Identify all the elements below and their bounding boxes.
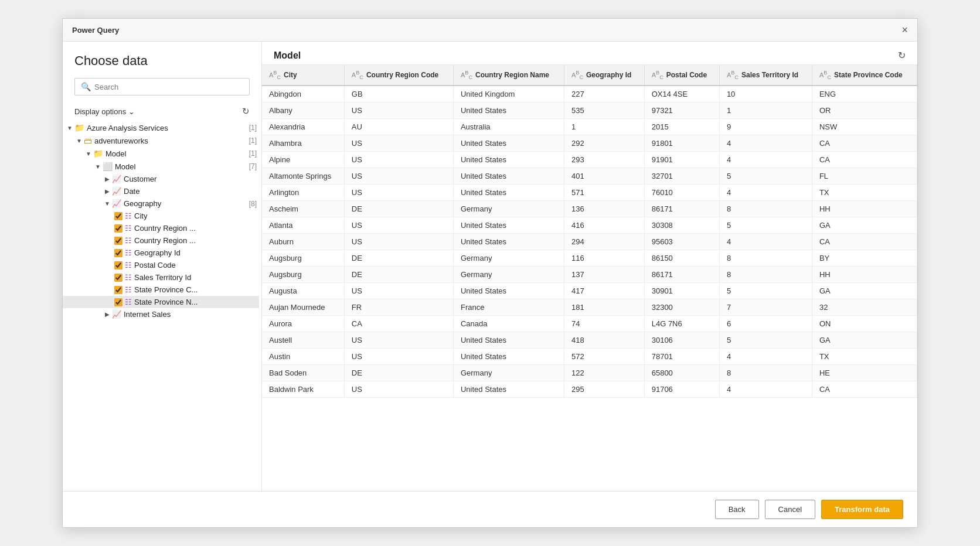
expand-icon-customer[interactable]: ▶	[103, 176, 112, 182]
table-row: AlbanyUSUnited States535973211OR	[262, 102, 917, 118]
table-row: AustellUSUnited States418301065GA	[262, 332, 917, 348]
expand-icon-date[interactable]: ▶	[103, 188, 112, 194]
checkbox-country-region-name[interactable]	[114, 237, 122, 245]
tree-item-geography[interactable]: ▼ 📈 Geography [8]	[63, 197, 259, 210]
column-icon-country-region-name: ☷	[125, 236, 132, 245]
data-table-wrapper[interactable]: ABC City ABC Country Region Code ABC Cou…	[262, 65, 917, 491]
table-cell: 65800	[644, 364, 719, 381]
checkbox-city[interactable]	[114, 212, 122, 220]
tree-count-adventureworks: [1]	[249, 136, 257, 145]
table-cell: 78701	[644, 348, 719, 364]
table-row: AugsburgDEGermany137861718HH	[262, 266, 917, 282]
table-cell: Arlington	[262, 184, 344, 200]
checkbox-country-region-code[interactable]	[114, 224, 122, 233]
tree-item-date[interactable]: ▶ 📈 Date	[63, 185, 259, 197]
table-cell: US	[344, 102, 453, 118]
table-cell: 30106	[644, 332, 719, 348]
tree-item-internet-sales[interactable]: ▶ 📈 Internet Sales	[63, 308, 259, 320]
expand-icon-adventureworks[interactable]: ▼	[74, 138, 84, 144]
table-cell: 10	[719, 86, 812, 103]
tree-item-sales-territory-id[interactable]: ☷ Sales Territory Id	[63, 271, 259, 284]
expand-icon-model-table[interactable]: ▼	[93, 163, 103, 170]
table-cell: Aujan Mournede	[262, 299, 344, 315]
table-cell: 6	[719, 315, 812, 332]
checkbox-sales-territory-id[interactable]	[114, 274, 122, 282]
tree-item-postal-code[interactable]: ☷ Postal Code	[63, 259, 259, 271]
tree-item-customer[interactable]: ▶ 📈 Customer	[63, 173, 259, 185]
table-cell: Germany	[453, 200, 564, 217]
folder-icon-model: 📁	[93, 149, 103, 158]
checkbox-state-province-n[interactable]	[114, 298, 122, 306]
table-cell: Alpine	[262, 151, 344, 168]
expand-icon-model-folder[interactable]: ▼	[84, 151, 93, 157]
table-cell: 30308	[644, 217, 719, 233]
tree-item-model-table[interactable]: ▼ ⬜ Model [7]	[63, 160, 259, 173]
checkbox-postal-code[interactable]	[114, 261, 122, 269]
table-cell: 1	[564, 118, 644, 135]
table-cell: BY	[812, 250, 917, 266]
table-row: AlpineUSUnited States293919014CA	[262, 151, 917, 168]
table-icon-internet-sales: 📈	[112, 310, 121, 319]
cancel-button[interactable]: Cancel	[765, 500, 815, 519]
table-cell: CA	[812, 381, 917, 397]
main-refresh-icon[interactable]: ↻	[898, 50, 906, 61]
table-cell: Atlanta	[262, 217, 344, 233]
tree-item-geography-id[interactable]: ☷ Geography Id	[63, 247, 259, 259]
expand-icon-internet-sales[interactable]: ▶	[103, 311, 112, 318]
table-cell: HH	[812, 266, 917, 282]
table-cell: TX	[812, 348, 917, 364]
table-row: ArlingtonUSUnited States571760104TX	[262, 184, 917, 200]
table-cell: Ascheim	[262, 200, 344, 217]
expand-icon-azure[interactable]: ▼	[65, 125, 74, 131]
power-query-dialog: Power Query × Choose data 🔍 Display opti…	[62, 18, 918, 528]
sidebar-refresh-icon[interactable]: ↻	[242, 106, 250, 117]
table-row: AugsburgDEGermany116861508BY	[262, 250, 917, 266]
table-cell: Germany	[453, 364, 564, 381]
tree-item-city[interactable]: ☷ City	[63, 210, 259, 222]
table-cell: US	[344, 332, 453, 348]
table-cell: AU	[344, 118, 453, 135]
main-title: Model	[274, 50, 301, 61]
tree-item-model-folder[interactable]: ▼ 📁 Model [1]	[63, 147, 259, 160]
table-row: AugustaUSUnited States417309015GA	[262, 282, 917, 299]
back-button[interactable]: Back	[715, 500, 759, 519]
table-cell: 4	[719, 348, 812, 364]
checkbox-geography-id[interactable]	[114, 249, 122, 257]
table-cell: 32	[812, 299, 917, 315]
tree-count-model-folder: [1]	[249, 149, 257, 158]
tree-item-country-region-name[interactable]: ☷ Country Region ...	[63, 234, 259, 247]
table-cell: GA	[812, 217, 917, 233]
table-cell: US	[344, 168, 453, 184]
close-button[interactable]: ×	[901, 25, 908, 35]
transform-data-button[interactable]: Transform data	[821, 500, 903, 519]
table-cell: 30901	[644, 282, 719, 299]
expand-icon-geography[interactable]: ▼	[103, 200, 112, 207]
sidebar-header: Choose data 🔍	[63, 42, 261, 101]
display-options-label-text: Display options	[74, 107, 126, 116]
tree-item-country-region-code[interactable]: ☷ Country Region ...	[63, 222, 259, 234]
table-cell: 401	[564, 168, 644, 184]
footer-right: Back Cancel Transform data	[715, 500, 903, 519]
table-cell: 86171	[644, 200, 719, 217]
tree-item-adventureworks[interactable]: ▼ 🗃 adventureworks [1]	[63, 134, 259, 147]
tree-item-state-province-n[interactable]: ☷ State Province N...	[63, 296, 259, 308]
chevron-down-icon: ⌄	[128, 107, 135, 116]
checkbox-state-province-c[interactable]	[114, 286, 122, 294]
tree-item-azure[interactable]: ▼ 📁 Azure Analysis Services [1]	[63, 121, 259, 134]
table-row: Baldwin ParkUSUnited States295917064CA	[262, 381, 917, 397]
table-cell: Alhambra	[262, 135, 344, 151]
tree-item-state-province-c[interactable]: ☷ State Province C...	[63, 284, 259, 296]
search-input[interactable]	[94, 83, 243, 91]
table-row: Aujan MournedeFRFrance18132300732	[262, 299, 917, 315]
tree-area: ▼ 📁 Azure Analysis Services [1] ▼ 🗃 adve…	[63, 121, 261, 491]
display-options-button[interactable]: Display options ⌄	[74, 107, 135, 116]
table-cell: 32701	[644, 168, 719, 184]
table-cell: 2015	[644, 118, 719, 135]
col-header-state-province-code: ABC State Province Code	[812, 65, 917, 86]
table-cell: United States	[453, 282, 564, 299]
table-cell: 91901	[644, 151, 719, 168]
table-cell: 418	[564, 332, 644, 348]
search-box[interactable]: 🔍	[74, 78, 250, 95]
column-icon-geography-id: ☷	[125, 248, 132, 257]
table-cell: 4	[719, 233, 812, 250]
